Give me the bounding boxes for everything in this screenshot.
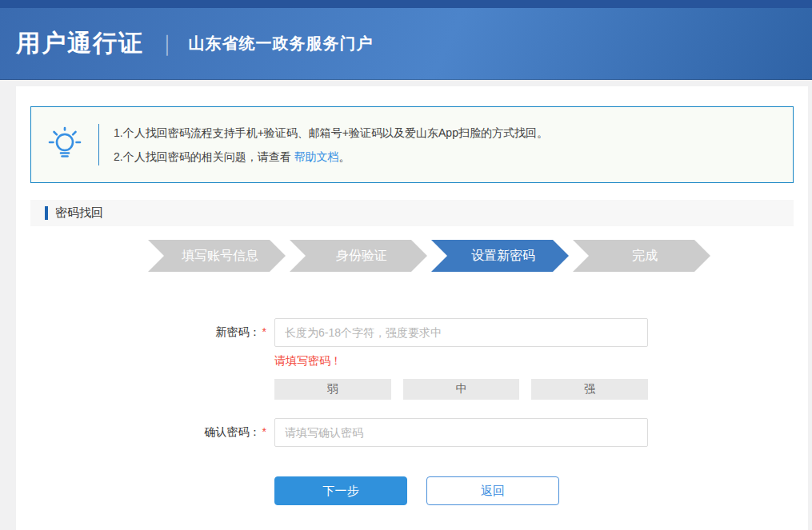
confirm-password-input[interactable] bbox=[274, 418, 648, 447]
help-doc-link[interactable]: 帮助文档 bbox=[294, 150, 339, 163]
notice-line-2-suffix: 。 bbox=[339, 150, 350, 163]
strength-weak: 弱 bbox=[274, 379, 391, 400]
step-label: 完成 bbox=[632, 248, 658, 265]
notice-line-1: 1.个人找回密码流程支持手机+验证码、邮箱号+验证码以及爱山东App扫脸的方式找… bbox=[114, 121, 548, 145]
confirm-password-row: 确认密码：* bbox=[16, 418, 808, 447]
portal-subtitle: 山东省统一政务服务门户 bbox=[188, 33, 373, 54]
step-label: 设置新密码 bbox=[471, 248, 535, 265]
form-actions: 下一步 返回 bbox=[274, 476, 808, 505]
confirm-password-label: 确认密码：* bbox=[16, 425, 274, 440]
new-password-input[interactable] bbox=[274, 318, 648, 347]
portal-title: 用户通行证 bbox=[16, 27, 144, 60]
strength-strong: 强 bbox=[531, 379, 648, 400]
header-top-strip bbox=[0, 0, 812, 8]
password-strength-meter: 弱 中 强 bbox=[274, 379, 648, 400]
new-password-row: 新密码：* bbox=[16, 318, 808, 347]
required-asterisk: * bbox=[262, 325, 266, 338]
confirm-password-label-text: 确认密码： bbox=[205, 425, 261, 438]
back-button[interactable]: 返回 bbox=[426, 476, 559, 505]
new-password-label-text: 新密码： bbox=[216, 325, 261, 338]
step-item-done: 完成 bbox=[573, 240, 710, 272]
content-card: 1.个人找回密码流程支持手机+验证码、邮箱号+验证码以及爱山东App扫脸的方式找… bbox=[16, 86, 808, 530]
section-title: 密码找回 bbox=[55, 205, 103, 221]
step-item-account-info: 填写账号信息 bbox=[148, 240, 286, 272]
next-step-button[interactable]: 下一步 bbox=[274, 476, 407, 505]
page-header: 用户通行证 ｜ 山东省统一政务服务门户 bbox=[0, 8, 812, 80]
notice-line-2-text: 2.个人找回密码的相关问题，请查看 bbox=[114, 150, 294, 163]
password-form: 新密码：* 请填写密码！ 弱 中 强 确认密码：* 下一步 返回 bbox=[16, 318, 808, 505]
header-separator: ｜ bbox=[157, 30, 177, 58]
step-label: 填写账号信息 bbox=[182, 248, 258, 265]
new-password-label: 新密码：* bbox=[16, 325, 274, 340]
section-title-bar bbox=[45, 206, 48, 220]
lightbulb-icon bbox=[31, 126, 98, 163]
step-item-identity-verify: 身份验证 bbox=[290, 240, 427, 272]
step-label: 身份验证 bbox=[336, 248, 387, 265]
notice-line-2: 2.个人找回密码的相关问题，请查看 帮助文档。 bbox=[114, 145, 548, 169]
step-indicator: 填写账号信息 身份验证 设置新密码 完成 bbox=[148, 240, 808, 272]
step-item-set-new-password: 设置新密码 bbox=[431, 240, 569, 272]
strength-medium: 中 bbox=[403, 379, 520, 400]
required-asterisk: * bbox=[262, 425, 266, 438]
section-title-band: 密码找回 bbox=[30, 200, 794, 226]
notice-box: 1.个人找回密码流程支持手机+验证码、邮箱号+验证码以及爱山东App扫脸的方式找… bbox=[30, 106, 794, 183]
password-error-message: 请填写密码！ bbox=[274, 354, 808, 369]
